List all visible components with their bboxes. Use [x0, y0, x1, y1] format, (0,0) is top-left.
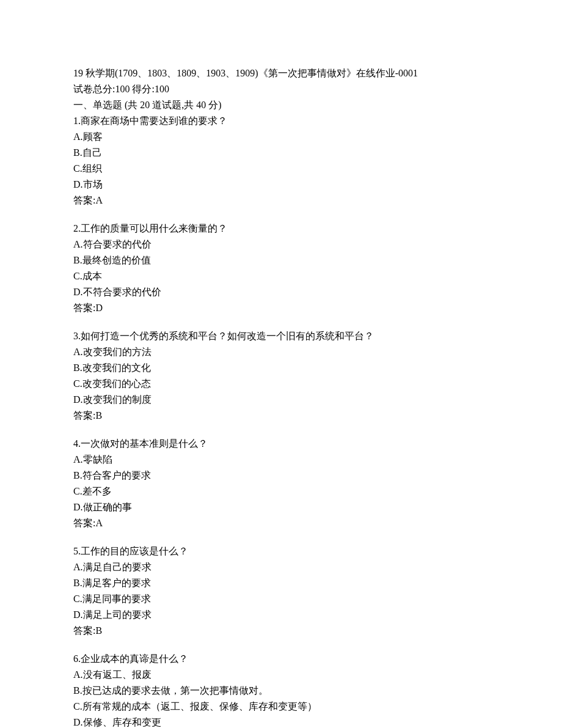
option-c: C.所有常规的成本（返工、报废、保修、库存和变更等）: [73, 699, 489, 714]
option-d: D.改变我们的制度: [73, 392, 489, 407]
question-text: 1.商家在商场中需要达到谁的要求？: [73, 114, 489, 128]
answer-line: 答案:A: [73, 193, 489, 208]
option-b: B.按已达成的要求去做，第一次把事情做对。: [73, 683, 489, 698]
option-d: D.满足上司的要求: [73, 608, 489, 622]
document-title: 19 秋学期(1709、1803、1809、1903、1909)《第一次把事情做…: [73, 66, 489, 81]
question-block: 3.如何打造一个优秀的系统和平台？如何改造一个旧有的系统和平台？ A.改变我们的…: [73, 329, 489, 423]
option-a: A.满足自己的要求: [73, 560, 489, 575]
answer-line: 答案:B: [73, 623, 489, 638]
option-b: B.最终创造的价值: [73, 253, 489, 268]
score-line: 试卷总分:100 得分:100: [73, 82, 489, 97]
option-a: A.零缺陷: [73, 452, 489, 467]
option-a: A.符合要求的代价: [73, 237, 489, 252]
question-text: 4.一次做对的基本准则是什么？: [73, 436, 489, 451]
option-b: B.自己: [73, 145, 489, 160]
option-d: D.做正确的事: [73, 500, 489, 515]
option-c: C.组织: [73, 161, 489, 176]
option-b: B.满足客户的要求: [73, 576, 489, 590]
question-block: 5.工作的目的应该是什么？ A.满足自己的要求 B.满足客户的要求 C.满足同事…: [73, 544, 489, 638]
question-block: 1.商家在商场中需要达到谁的要求？ A.顾客 B.自己 C.组织 D.市场 答案…: [73, 114, 489, 208]
question-text: 5.工作的目的应该是什么？: [73, 544, 489, 559]
question-text: 6.企业成本的真谛是什么？: [73, 652, 489, 666]
question-text: 2.工作的质量可以用什么来衡量的？: [73, 221, 489, 236]
question-block: 2.工作的质量可以用什么来衡量的？ A.符合要求的代价 B.最终创造的价值 C.…: [73, 221, 489, 315]
option-b: B.改变我们的文化: [73, 361, 489, 375]
option-c: C.成本: [73, 269, 489, 284]
option-d: D.保修、库存和变更: [73, 715, 489, 728]
option-c: C.差不多: [73, 484, 489, 499]
answer-line: 答案:D: [73, 301, 489, 315]
option-a: A.改变我们的方法: [73, 345, 489, 359]
option-c: C.满足同事的要求: [73, 592, 489, 606]
answer-line: 答案:B: [73, 408, 489, 423]
answer-line: 答案:A: [73, 516, 489, 531]
section-heading: 一、单选题 (共 20 道试题,共 40 分): [73, 98, 489, 112]
question-block: 4.一次做对的基本准则是什么？ A.零缺陷 B.符合客户的要求 C.差不多 D.…: [73, 436, 489, 531]
option-d: D.不符合要求的代价: [73, 285, 489, 300]
question-block: 6.企业成本的真谛是什么？ A.没有返工、报废 B.按已达成的要求去做，第一次把…: [73, 652, 489, 728]
document-page: 19 秋学期(1709、1803、1809、1903、1909)《第一次把事情做…: [0, 0, 562, 728]
option-b: B.符合客户的要求: [73, 468, 489, 483]
option-a: A.没有返工、报废: [73, 667, 489, 682]
option-d: D.市场: [73, 177, 489, 192]
option-c: C.改变我们的心态: [73, 377, 489, 391]
option-a: A.顾客: [73, 130, 489, 144]
question-text: 3.如何打造一个优秀的系统和平台？如何改造一个旧有的系统和平台？: [73, 329, 489, 344]
